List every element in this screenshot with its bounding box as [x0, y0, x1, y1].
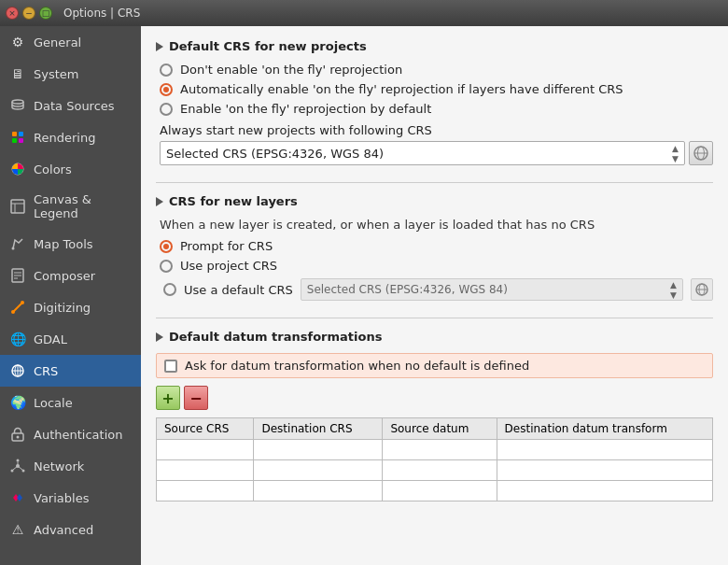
datum-table-controls: + −	[156, 386, 713, 410]
section-datum-transformations: Default datum transformations Ask for da…	[156, 330, 713, 501]
crs-globe-button-new-projects[interactable]	[689, 141, 713, 165]
radio-circle-auto-fly	[160, 83, 173, 96]
warning-icon: ⚠	[9, 521, 26, 538]
variables-icon	[9, 489, 26, 506]
sidebar-label-network: Network	[34, 459, 84, 473]
sidebar: ⚙ General 🖥 System Data Sources Renderin…	[0, 26, 141, 565]
svg-line-27	[18, 466, 22, 470]
radio-prompt-crs[interactable]: Prompt for CRS	[160, 239, 713, 253]
sidebar-label-canvas-legend: Canvas & Legend	[34, 192, 132, 220]
sidebar-item-crs[interactable]: CRS	[0, 355, 141, 387]
svg-line-28	[13, 466, 18, 470]
gear-icon: ⚙	[9, 34, 26, 50]
svg-rect-2	[19, 132, 23, 136]
composer-icon	[9, 267, 26, 284]
collapse-triangle-default-crs[interactable]	[156, 42, 163, 51]
sidebar-item-variables[interactable]: Variables	[0, 482, 141, 514]
radio-circle-prompt-crs	[160, 240, 173, 253]
window-title: Options | CRS	[63, 7, 140, 20]
sidebar-item-map-tools[interactable]: Map Tools	[0, 228, 141, 260]
sidebar-item-advanced[interactable]: ⚠ Advanced	[0, 514, 141, 545]
radio-circle-enable-fly	[160, 103, 173, 116]
datum-checkbox-row[interactable]: Ask for datum transformation when no def…	[156, 353, 713, 378]
svg-rect-3	[12, 138, 17, 143]
svg-point-9	[12, 247, 15, 250]
monitor-icon: 🖥	[9, 65, 26, 82]
col-destination-crs: Destination CRS	[254, 418, 383, 440]
svg-point-14	[11, 310, 15, 314]
radio-auto-fly[interactable]: Automatically enable 'on the fly' reproj…	[160, 82, 713, 96]
sidebar-label-map-tools: Map Tools	[34, 237, 93, 251]
sidebar-label-colors: Colors	[34, 162, 72, 177]
sidebar-item-data-sources[interactable]: Data Sources	[0, 90, 141, 121]
svg-point-15	[21, 301, 24, 304]
svg-point-23	[17, 459, 20, 462]
radio-use-project-crs[interactable]: Use project CRS	[160, 259, 713, 273]
radio-no-fly[interactable]: Don't enable 'on the fly' reprojection	[160, 63, 713, 77]
svg-point-0	[12, 100, 23, 104]
section-datum-header: Default datum transformations	[156, 330, 713, 344]
svg-rect-4	[19, 138, 23, 143]
crs-dropdown-new-projects[interactable]: Selected CRS (EPSG:4326, WGS 84) ▲ ▼	[160, 141, 685, 165]
sidebar-item-rendering[interactable]: Rendering	[0, 121, 141, 153]
sidebar-label-advanced: Advanced	[34, 523, 93, 537]
datum-checkbox[interactable]	[164, 360, 177, 373]
collapse-triangle-new-layers[interactable]	[156, 197, 163, 206]
section-title-datum: Default datum transformations	[169, 330, 382, 344]
table-row	[157, 440, 713, 460]
sidebar-item-gdal[interactable]: 🌐 GDAL	[0, 323, 141, 355]
crs-selector-new-projects: Selected CRS (EPSG:4326, WGS 84) ▲ ▼	[160, 141, 713, 165]
add-datum-button[interactable]: +	[156, 386, 180, 410]
sidebar-item-authentication[interactable]: Authentication	[0, 418, 141, 450]
datum-checkbox-label: Ask for datum transformation when no def…	[185, 359, 529, 373]
lock-icon	[9, 426, 26, 443]
digitizing-icon	[9, 299, 26, 316]
sidebar-item-locale[interactable]: 🌍 Locale	[0, 387, 141, 418]
network-icon	[9, 458, 26, 474]
maximize-button[interactable]: □	[39, 7, 52, 20]
datum-table-header: Source CRS Destination CRS Source datum …	[157, 418, 713, 440]
section-title-default-crs: Default CRS for new projects	[169, 39, 367, 53]
minimize-button[interactable]: −	[22, 7, 35, 20]
colors-icon	[9, 161, 26, 177]
content-area: Default CRS for new projects Don't enabl…	[141, 26, 728, 565]
crs-dropdown-arrows: ▲ ▼	[672, 144, 679, 163]
crs-globe-button-default-layer[interactable]	[691, 278, 713, 301]
col-destination-datum: Destination datum transform	[497, 418, 712, 440]
radio-circle-use-default-crs[interactable]	[163, 283, 176, 296]
radio-enable-fly[interactable]: Enable 'on the fly' reprojection by defa…	[160, 102, 713, 116]
sidebar-item-canvas-legend[interactable]: Canvas & Legend	[0, 185, 141, 228]
datum-table-header-row: Source CRS Destination CRS Source datum …	[157, 418, 713, 440]
remove-datum-button[interactable]: −	[184, 386, 208, 410]
new-layers-options: Prompt for CRS Use project CRS Use a def…	[160, 239, 713, 301]
section-new-layers-header: CRS for new layers	[156, 194, 713, 208]
radio-label-prompt-crs: Prompt for CRS	[180, 239, 273, 253]
collapse-triangle-datum[interactable]	[156, 332, 163, 342]
sidebar-label-general: General	[34, 35, 81, 49]
table-row	[157, 481, 713, 501]
rendering-icon	[9, 129, 26, 146]
window-controls[interactable]: × − □	[6, 7, 52, 20]
sidebar-label-data-sources: Data Sources	[34, 99, 115, 113]
sidebar-item-composer[interactable]: Composer	[0, 260, 141, 291]
locale-icon: 🌍	[9, 394, 26, 411]
radio-use-default-crs-row: Use a default CRS Selected CRS (EPSG:432…	[163, 278, 713, 301]
crs-icon	[9, 362, 26, 379]
crs-label-new-projects: Always start new projects with following…	[160, 123, 713, 137]
sidebar-item-network[interactable]: Network	[0, 450, 141, 482]
radio-label-auto-fly: Automatically enable 'on the fly' reproj…	[180, 82, 623, 96]
radio-circle-use-project-crs	[160, 260, 173, 273]
crs-dropdown-default-layer[interactable]: Selected CRS (EPSG:4326, WGS 84) ▲▼	[301, 278, 683, 301]
crs-dropdown-default-layer-value: Selected CRS (EPSG:4326, WGS 84)	[307, 283, 508, 296]
sidebar-item-colors[interactable]: Colors	[0, 153, 141, 185]
sidebar-item-general[interactable]: ⚙ General	[0, 26, 141, 58]
datum-table-body	[157, 440, 713, 501]
sidebar-item-system[interactable]: 🖥 System	[0, 58, 141, 90]
sidebar-label-gdal: GDAL	[34, 332, 67, 346]
sidebar-item-digitizing[interactable]: Digitizing	[0, 291, 141, 323]
col-source-datum: Source datum	[383, 418, 497, 440]
titlebar: × − □ Options | CRS	[0, 0, 728, 26]
section-default-crs-header: Default CRS for new projects	[156, 39, 713, 53]
close-button[interactable]: ×	[6, 7, 19, 20]
sidebar-label-locale: Locale	[34, 396, 73, 410]
